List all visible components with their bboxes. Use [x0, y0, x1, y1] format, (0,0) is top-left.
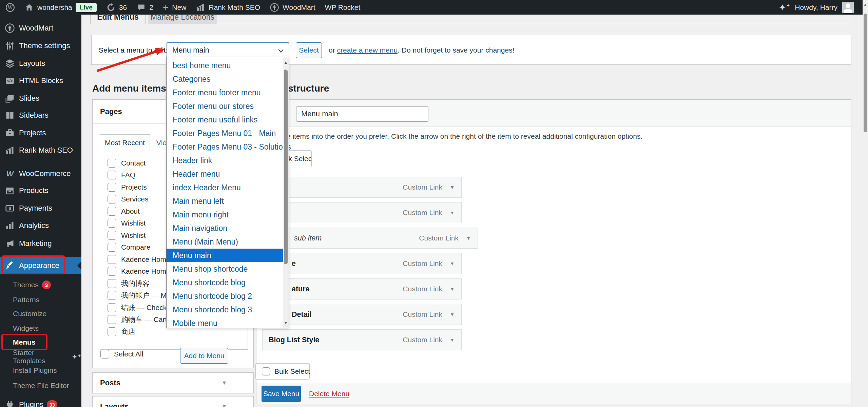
dropdown-option[interactable]: Header link [167, 154, 283, 167]
dropdown-option[interactable]: Footer Pages Menu 03 - Solutions [167, 140, 283, 154]
avatar[interactable] [842, 2, 854, 13]
bulk-select-bottom[interactable]: Bulk Select [255, 363, 310, 380]
dropdown-option[interactable]: Menu (Main Menu) [167, 235, 283, 249]
dropdown-option[interactable]: Header menu [167, 167, 283, 181]
menu-item-row[interactable]: Detail Custom Link ▼ [262, 304, 462, 325]
tab-most-recent[interactable]: Most Recent [100, 134, 150, 151]
scroll-up-icon[interactable]: ▲ [863, 2, 868, 7]
checkbox[interactable] [108, 183, 116, 192]
sidebar-item-widgets[interactable]: Widgets [0, 321, 81, 335]
chevron-down-icon[interactable]: ▼ [450, 286, 455, 292]
dropdown-scrollbar[interactable]: ▲ ▼ [283, 57, 289, 328]
dropdown-option[interactable]: Menu shortcode blog 3 [167, 303, 283, 316]
checkbox[interactable] [108, 291, 116, 300]
checkbox[interactable] [108, 195, 116, 204]
save-menu-button[interactable]: Save Menu [262, 386, 301, 402]
chevron-down-icon[interactable]: ▼ [450, 210, 455, 215]
dropdown-option[interactable]: Main navigation [167, 221, 283, 235]
comments-menu[interactable]: 2 [136, 3, 153, 12]
dropdown-option[interactable]: Footer menu footer menu [167, 86, 283, 99]
sidebar-item-plugins[interactable]: Plugins 33 [0, 396, 81, 407]
sidebar-item-marketing[interactable]: Marketing [0, 235, 81, 252]
sidebar-item-starter-templates[interactable]: Starter Templates ✦✦ [0, 350, 81, 364]
new-menu[interactable]: + New [163, 3, 187, 12]
checkbox[interactable] [108, 303, 116, 312]
window-scrollbar[interactable]: ▲ [863, 0, 868, 407]
sparkles-icon[interactable]: ✦✦ [779, 3, 790, 12]
checkbox[interactable] [108, 219, 116, 228]
sidebar-item-theme-file-editor[interactable]: Theme File Editor [0, 379, 81, 393]
menu-item-row[interactable]: sub item Custom Link ▼ [278, 228, 478, 249]
sidebar-item-woodmart[interactable]: WoodMart [0, 20, 81, 37]
sidebar-item-products[interactable]: Products [0, 182, 81, 199]
sidebar-item-theme-settings[interactable]: Theme settings [0, 37, 81, 54]
add-to-menu-button[interactable]: Add to Menu [180, 348, 228, 364]
dropdown-option[interactable]: Main menu right [167, 208, 283, 221]
sidebar-item-projects[interactable]: Projects [0, 124, 81, 141]
menu-item-row[interactable]: Custom Link ▼ [262, 202, 462, 223]
sidebar-item-payments[interactable]: $ Payments [0, 200, 81, 217]
sidebar-item-customize[interactable]: Customize [0, 307, 81, 321]
sidebar-item-layouts[interactable]: Layouts [0, 55, 81, 72]
howdy-label[interactable]: Howdy, Harry [795, 3, 837, 12]
scroll-up-icon[interactable]: ▲ [283, 58, 289, 67]
checkbox[interactable] [108, 255, 116, 264]
checkbox[interactable] [108, 207, 116, 216]
sidebar-item-slides[interactable]: Slides [0, 90, 81, 107]
create-new-menu-link[interactable]: create a new menu [337, 46, 398, 54]
dropdown-option[interactable]: Menu main [167, 249, 283, 262]
scroll-down-icon[interactable]: ▼ [283, 318, 289, 327]
sidebar-item-install-plugins[interactable]: Install Plugins [0, 363, 81, 377]
dropdown-option[interactable]: best home menu [167, 59, 283, 72]
sidebar-item-themes[interactable]: Themes 3 [0, 278, 81, 292]
chevron-down-icon[interactable]: ▼ [450, 261, 455, 266]
dropdown-option[interactable]: Menu shortcode blog [167, 276, 283, 289]
select-all-checkbox[interactable] [100, 350, 109, 358]
posts-accordion[interactable]: Posts ▼ [92, 372, 254, 393]
menu-item-row[interactable]: e Custom Link ▼ [262, 253, 462, 274]
dropdown-option[interactable]: Menu shop shortcode [167, 262, 283, 276]
sidebar-item-html-blocks[interactable]: </> HTML Blocks [0, 72, 81, 89]
checkbox[interactable] [108, 171, 116, 179]
dropdown-option[interactable]: Main menu left [167, 194, 283, 208]
chevron-down-icon[interactable]: ▼ [450, 337, 455, 343]
woodmart-menu[interactable]: WoodMart [270, 3, 315, 12]
site-menu[interactable]: wondersha Live [24, 3, 97, 12]
sidebar-item-patterns[interactable]: Patterns [0, 293, 81, 307]
checkbox[interactable] [108, 267, 116, 276]
bulk-select-checkbox[interactable] [262, 367, 270, 375]
checkbox[interactable] [108, 279, 116, 288]
checkbox[interactable] [108, 231, 116, 240]
sidebar-item-rank-math[interactable]: Rank Math SEO [0, 142, 81, 159]
scrollbar-thumb[interactable] [864, 14, 867, 132]
checkbox[interactable] [108, 159, 116, 168]
sidebar-item-sidebars[interactable]: Sidebars [0, 107, 81, 124]
menu-name-input[interactable] [296, 106, 428, 122]
menu-item-row[interactable]: ature Custom Link ▼ [262, 278, 462, 299]
sidebar-item-analytics[interactable]: Analytics [0, 217, 81, 234]
checkbox[interactable] [108, 315, 116, 324]
dropdown-option[interactable]: index Header Menu [167, 181, 283, 194]
checkbox[interactable] [108, 243, 116, 252]
select-all-row[interactable]: Select All [100, 350, 143, 358]
dropdown-option[interactable]: Footer menu useful links [167, 113, 283, 127]
layouts-accordion[interactable]: Layouts ▼ [92, 396, 254, 407]
delete-menu-link[interactable]: Delete Menu [309, 390, 349, 398]
menu-item-row[interactable]: Blog List Style Custom Link ▼ [262, 329, 462, 350]
scrollbar-thumb[interactable] [284, 70, 288, 264]
dropdown-option[interactable]: Mobile menu [167, 316, 283, 330]
dropdown-option[interactable]: Footer menu our stores [167, 99, 283, 113]
select-button[interactable]: Select [296, 42, 322, 58]
menu-item-row[interactable]: Custom Link ▼ [262, 177, 462, 198]
rank-math-menu[interactable]: Rank Math SEO [196, 3, 260, 12]
updates-menu[interactable]: 36 [106, 3, 127, 12]
chevron-down-icon[interactable]: ▼ [450, 312, 455, 317]
checkbox[interactable] [108, 327, 116, 336]
sidebar-item-woocommerce[interactable]: W WooCommerce [0, 165, 81, 182]
menu-select-dropdown[interactable]: Menu main [167, 42, 289, 58]
chevron-down-icon[interactable]: ▼ [450, 185, 455, 190]
wp-rocket-menu[interactable]: WP Rocket [325, 3, 361, 12]
dropdown-option[interactable]: Menu shortcode blog 2 [167, 289, 283, 303]
dropdown-option[interactable]: Footer Pages Menu 01 - Main [167, 127, 283, 140]
dropdown-option[interactable]: Categories [167, 72, 283, 86]
